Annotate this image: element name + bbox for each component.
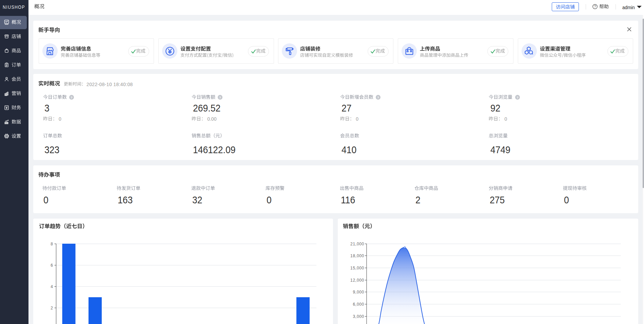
svg-text:?: ?: [594, 5, 596, 8]
svg-text:6: 6: [51, 263, 53, 268]
svg-text:18,000: 18,000: [350, 254, 364, 258]
svg-text:2: 2: [51, 306, 53, 310]
svg-text:?: ?: [71, 95, 73, 99]
svg-text:4: 4: [51, 284, 53, 289]
svg-text:15,000: 15,000: [350, 266, 364, 270]
svg-text:12,000: 12,000: [350, 278, 364, 283]
svg-text:3,000: 3,000: [353, 314, 364, 319]
svg-text:6,000: 6,000: [353, 302, 364, 307]
svg-text:8: 8: [51, 242, 53, 246]
svg-text:?: ?: [377, 95, 379, 99]
svg-text:?: ?: [516, 95, 519, 99]
svg-text:9,000: 9,000: [353, 290, 364, 295]
svg-text:21,000: 21,000: [350, 242, 364, 246]
svg-text:?: ?: [219, 95, 221, 99]
